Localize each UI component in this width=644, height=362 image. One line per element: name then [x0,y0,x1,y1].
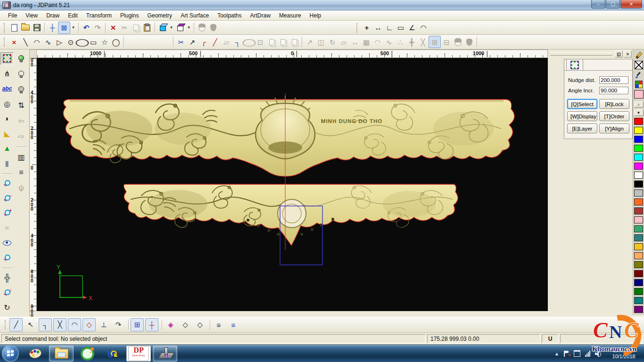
wireframe-view-dropdown[interactable]: ▾ [186,22,192,33]
color-swatch[interactable] [634,243,643,250]
color-swatch[interactable] [634,118,643,125]
measure-arc-button[interactable]: ◠ [418,22,429,33]
lathe-tool-button[interactable]: ▲ [1,143,13,155]
copy-place-button[interactable] [289,36,300,48]
volume-icon[interactable] [595,351,601,356]
taskbar-jdpaint-button[interactable] [24,346,47,361]
snap-endpoint-button[interactable]: ╱ [9,318,23,331]
draw-ellipse-button[interactable]: ◯ [76,36,88,48]
save-button[interactable] [31,22,42,33]
lock-mode-r-button[interactable]: [R]Lock [599,99,629,109]
color-swatch[interactable] [634,189,643,197]
cut-button[interactable]: ✂ [119,22,130,33]
palette-scroll-up-button[interactable]: ▲ [634,101,644,108]
measure-rect-button[interactable]: ▭ [395,22,406,33]
mirror-button[interactable]: ◫ [315,36,327,48]
tree-button[interactable]: ψ [15,182,27,194]
panel-tab-select[interactable] [566,59,583,71]
draw-line-button[interactable]: ╲ [20,36,31,48]
color-swatch[interactable] [634,181,643,188]
show-hidden-icons-button[interactable]: ▲ [554,351,559,356]
snap-nearest-button[interactable]: ↷ [112,318,125,331]
toolbar-grip[interactable] [4,37,6,47]
select-mode-q-button[interactable]: [Q]Select [567,99,597,109]
current-color-swatch[interactable] [634,90,644,99]
snap-cursor-button[interactable]: ↖ [24,318,37,331]
compress-button[interactable]: ╳ [417,36,429,48]
select-mode-dropdown[interactable]: ▾ [70,22,76,33]
surface-view-dropdown[interactable]: ▾ [168,22,174,33]
extend-button[interactable]: ↗ [187,36,198,48]
text-tool-button[interactable]: abc [1,83,13,95]
menu-toolpaths[interactable]: Toolpaths [213,11,246,20]
move-copy-button[interactable]: ↗ [304,36,315,48]
redo-button[interactable]: ↷ [92,22,103,33]
menu-measure[interactable]: Measure [275,11,305,20]
pattern-lines-button[interactable]: ≡ [15,166,27,179]
copy-button[interactable] [130,22,141,33]
zoom-in-button[interactable]: + [1,207,13,219]
shear-button[interactable]: ▱ [338,36,349,48]
menu-draw[interactable]: Draw [42,11,64,20]
fillet-button[interactable]: ╭ [198,36,209,48]
start-button[interactable] [2,345,19,362]
panel-restore-button[interactable]: ◱ [615,50,623,58]
cut-curve-button[interactable]: ✂ [175,36,187,48]
close-button[interactable]: × [620,0,642,8]
layer-mode-e-button[interactable]: [E]Layer [567,123,597,133]
scale-button[interactable]: ↔ [349,36,361,48]
color-swatch[interactable] [634,279,643,286]
copy-move-button[interactable] [277,36,289,48]
measure-distance-button[interactable]: ↔ [372,22,384,33]
draw-spline-button[interactable]: ∿ [42,36,54,48]
group-button[interactable]: ⊞ [429,36,441,48]
drawing-canvas[interactable]: MINH DUNG DO THO [37,58,548,311]
snap-perpendicular-button[interactable]: ⊥ [97,318,110,331]
taskbar-deskproto-button[interactable]: DP Desk Proto [126,346,151,362]
draw-rectangle-button[interactable]: ▭ [88,36,99,48]
snap-corner-button[interactable]: ┐ [39,318,52,331]
zoom-dynamic-button[interactable]: ↕ [1,287,13,299]
measure-step-button[interactable]: ∟ [384,22,395,33]
measure-point-button[interactable]: + [361,22,372,33]
drill-tool-button[interactable]: ▮ [1,157,13,169]
measure-angle-button[interactable]: ∠ [406,22,418,33]
snap-midpoint-button[interactable]: ◇ [193,318,206,331]
pick-display-button[interactable] [15,83,27,96]
select-tool-button[interactable] [0,52,14,65]
align-mode-y-button[interactable]: [Y]Align [599,123,629,133]
color-swatch[interactable] [634,252,643,259]
menu-plugins[interactable]: Plugins [116,11,143,20]
color-swatch[interactable] [634,163,643,170]
menu-edit[interactable]: Edit [64,11,82,20]
color-swatch[interactable] [634,234,643,241]
menu-help[interactable]: Help [305,11,326,20]
regen-button[interactable]: ≈ [1,222,13,234]
show-all-button[interactable] [15,52,27,65]
taskbar-disc-button[interactable] [75,346,99,361]
menu-artdraw[interactable]: ArtDraw [246,11,275,20]
wireframe-view-button[interactable] [174,22,186,33]
display-mode-w-button[interactable]: [W]Display [567,111,597,121]
chamfer-button[interactable]: ╱ [209,36,221,48]
snap-center-button[interactable]: ◈ [164,318,177,331]
snap-quadrant-button[interactable]: ◇ [83,318,96,331]
color-swatch[interactable] [634,288,643,295]
network-icon[interactable] [585,351,590,357]
color-swatch[interactable] [634,261,643,268]
arc-array-button[interactable]: ◠ [372,36,383,48]
color-swatch[interactable] [634,145,643,152]
snap-vertex-button[interactable]: ◇ [179,318,192,331]
color-swatch[interactable] [634,225,643,232]
array-button[interactable]: ▦ [361,36,372,48]
ring-tool-button[interactable]: ◎ [1,98,13,110]
surface-tool-button[interactable]: ◗ [1,113,13,124]
menu-file[interactable]: File [4,11,21,20]
pick-color-button[interactable] [634,71,644,79]
prev-view-button[interactable]: ⇦ [15,115,27,127]
concentric-button[interactable]: ⊡ [255,36,266,48]
snap-grid-button[interactable]: ⊞ [131,318,144,331]
snap-intersection-button[interactable]: ╳ [53,318,66,331]
ungroup-button[interactable]: ⊟ [441,36,452,48]
pan-button[interactable]: ╬ [1,272,13,284]
